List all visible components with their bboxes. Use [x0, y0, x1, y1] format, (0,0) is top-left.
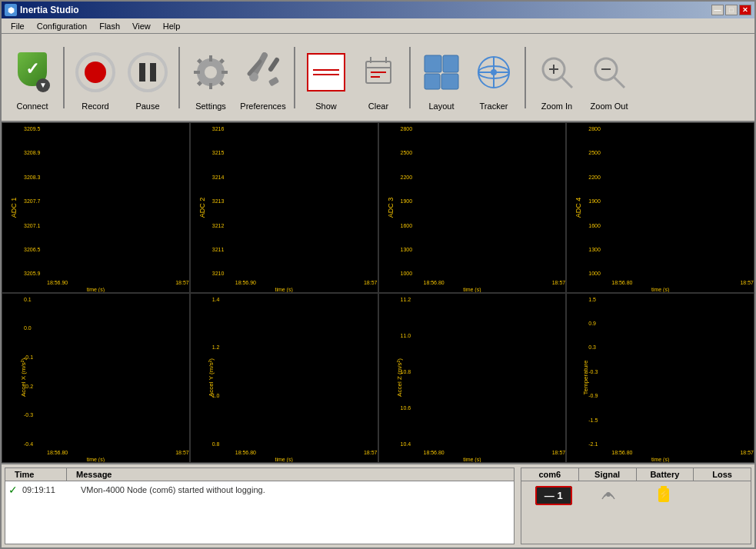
- svg-point-1: [205, 66, 217, 78]
- settings-label: Settings: [195, 101, 226, 111]
- maximize-button[interactable]: □: [725, 5, 738, 15]
- title-bar-controls[interactable]: — □ ✕: [711, 5, 751, 15]
- tracker-label: Tracker: [480, 101, 508, 111]
- show-button[interactable]: Show: [301, 37, 351, 118]
- signal-icon: [601, 487, 616, 502]
- connect-label: Connect: [17, 101, 48, 111]
- accely-canvas: [234, 295, 378, 464]
- svg-rect-21: [425, 55, 441, 72]
- log-ok-icon: ✓: [8, 484, 18, 496]
- settings-icon-area: [190, 45, 231, 100]
- accelz-canvas: [422, 295, 567, 464]
- svg-point-29: [491, 69, 497, 75]
- svg-rect-23: [425, 74, 440, 89]
- node-id-badge: — 1: [535, 486, 572, 505]
- svg-rect-4: [194, 71, 200, 74]
- record-button[interactable]: Record: [71, 37, 120, 118]
- preferences-icon-area: [242, 45, 284, 100]
- node-id-cell: — 1: [526, 490, 581, 501]
- node-header: com6 Signal Battery Loss: [521, 468, 751, 481]
- menu-bar: File Configuration Flash View Help: [2, 18, 754, 34]
- pause-icon-area: [127, 45, 168, 100]
- accelx-canvas: [45, 295, 190, 464]
- log-message-1: VMon-4000 Node (com6) started without lo…: [81, 485, 265, 494]
- log-header: Time Message: [5, 468, 514, 481]
- menu-flash[interactable]: Flash: [93, 20, 126, 32]
- node-col-com: com6: [521, 468, 579, 481]
- tracker-icon-area: [473, 45, 515, 100]
- close-button[interactable]: ✕: [739, 5, 751, 15]
- svg-rect-5: [221, 71, 228, 74]
- zoomin-button[interactable]: Zoom In: [532, 37, 581, 118]
- svg-rect-13: [268, 76, 279, 86]
- connect-button[interactable]: ✓ ▼ Connect: [8, 37, 57, 118]
- menu-configuration[interactable]: Configuration: [31, 20, 93, 32]
- toolbar: ✓ ▼ Connect Record: [2, 34, 754, 122]
- zoomout-icon: [589, 52, 629, 92]
- adc4-label: ADC 4: [575, 197, 583, 218]
- tracker-icon: [474, 52, 514, 92]
- log-row-1: ✓ 09:19:11 VMon-4000 Node (com6) started…: [5, 481, 514, 498]
- window-title: Inertia Studio: [20, 5, 79, 15]
- zoomin-icon-area: [536, 45, 578, 100]
- adc1-yaxis: 3209.5 3208.9 3208.3 3207.7 3207.1 3206.…: [24, 125, 189, 278]
- node-col-signal: Signal: [579, 468, 637, 481]
- adc2-label: ADC 2: [198, 197, 206, 218]
- svg-rect-24: [441, 74, 458, 89]
- tracker-button[interactable]: Tracker: [469, 37, 518, 118]
- chart-accely: Accel Y (m/s²) 1.4 1.2 1.0 0.8 18:56.80 …: [190, 293, 378, 464]
- separator-3: [294, 47, 295, 108]
- preferences-button[interactable]: Preferences: [238, 37, 288, 118]
- svg-line-12: [271, 60, 277, 69]
- main-window: ⬢ Inertia Studio — □ ✕ File Configuratio…: [0, 0, 756, 549]
- show-icon-area: [305, 45, 347, 100]
- preferences-label: Preferences: [240, 101, 285, 111]
- log-time-1: 09:19:11: [22, 485, 81, 494]
- clear-icon: [358, 52, 398, 92]
- menu-view[interactable]: View: [126, 20, 157, 32]
- pause-label: Pause: [135, 101, 159, 111]
- settings-icon: [191, 52, 231, 92]
- menu-help[interactable]: Help: [157, 20, 187, 32]
- separator-1: [63, 47, 65, 108]
- chart-adc1: ADC 1 3209.5 3208.9 3208.3 3207.7 3207.1…: [2, 122, 190, 293]
- zoomout-icon-area: [588, 45, 630, 100]
- zoomout-button[interactable]: Zoom Out: [584, 37, 634, 118]
- chart-accelx: Accel X (m/s²) 0.1 0.0 -0.1 -0.2 -0.3 -0…: [2, 293, 190, 464]
- zoomin-label: Zoom In: [541, 101, 572, 111]
- title-bar: ⬢ Inertia Studio — □ ✕: [2, 2, 754, 18]
- chart-adc2: ADC 2 3216 3215 3214 3213 3212 3211 3210…: [190, 122, 378, 293]
- svg-rect-38: [661, 486, 667, 488]
- svg-line-31: [561, 77, 572, 88]
- layout-icon: [421, 52, 461, 92]
- layout-label: Layout: [428, 101, 454, 111]
- layout-button[interactable]: Layout: [417, 37, 466, 118]
- temp-canvas: [610, 295, 754, 464]
- battery-icon: ⚡: [658, 486, 670, 503]
- settings-button[interactable]: Settings: [186, 37, 235, 118]
- connect-icon: ✓ ▼: [12, 49, 53, 95]
- svg-line-35: [614, 77, 624, 88]
- adc1-label: ADC 1: [10, 197, 18, 218]
- minimize-button[interactable]: —: [711, 5, 724, 15]
- record-dot: [85, 62, 106, 83]
- pause-button[interactable]: Pause: [123, 37, 172, 118]
- menu-file[interactable]: File: [5, 20, 31, 32]
- log-col-message: Message: [67, 468, 121, 481]
- log-panel: Time Message ✓ 09:19:11 VMon-4000 Node (…: [5, 467, 515, 544]
- record-icon-area: [75, 45, 116, 100]
- app-icon: ⬢: [5, 4, 17, 16]
- clear-button[interactable]: Clear: [354, 37, 403, 118]
- separator-5: [525, 47, 526, 108]
- chart-adc3: ADC 3 2800 2500 2200 1900 1600 1300 1000…: [378, 122, 567, 293]
- adc2-canvas: [234, 125, 378, 293]
- svg-rect-2: [209, 55, 212, 62]
- node-col-battery: Battery: [637, 468, 694, 481]
- zoomin-icon: [537, 52, 577, 92]
- status-bar: Time Message ✓ 09:19:11 VMon-4000 Node (…: [2, 463, 754, 547]
- show-label: Show: [315, 101, 337, 111]
- title-bar-left: ⬢ Inertia Studio: [5, 4, 79, 16]
- node-battery-cell: ⚡: [636, 486, 691, 504]
- adc4-canvas: [610, 125, 754, 293]
- adc1-xlabel: time (s): [87, 287, 105, 292]
